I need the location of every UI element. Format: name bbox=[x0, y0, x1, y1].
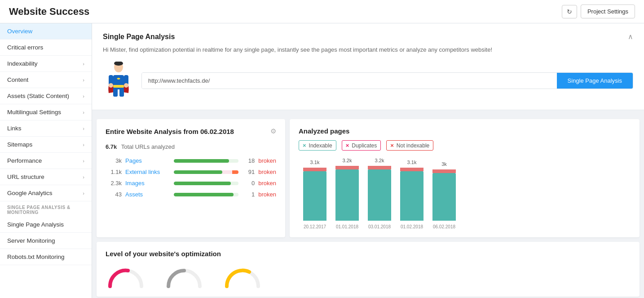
sidebar-item-label: Overview bbox=[7, 28, 32, 35]
sidebar-item-performance[interactable]: Performance › bbox=[0, 153, 92, 169]
bar-teal bbox=[335, 169, 359, 221]
stat-bar bbox=[174, 193, 238, 196]
sidebar-item-label: Google Analytics bbox=[7, 190, 53, 196]
bar-teal bbox=[368, 169, 391, 221]
sidebar-item-assets[interactable]: Assets (Static Content) › bbox=[0, 88, 92, 104]
broken-link[interactable]: broken bbox=[258, 191, 276, 198]
section-description: Hi Mister, find optimization potential i… bbox=[103, 46, 633, 53]
stat-bar bbox=[174, 159, 238, 163]
bar-col-2: 3.2k 01.01.2018 bbox=[335, 158, 359, 229]
main-layout: Overview Critical errors Indexability › … bbox=[0, 23, 644, 298]
stat-extlinks-link[interactable]: External links bbox=[125, 169, 170, 175]
legend-x-icon: × bbox=[346, 142, 349, 149]
spa-url-input[interactable] bbox=[142, 73, 557, 89]
sidebar-item-content[interactable]: Content › bbox=[0, 72, 92, 88]
bar-teal bbox=[400, 171, 423, 221]
refresh-button[interactable]: ↻ bbox=[562, 5, 577, 18]
gauge-svg-1 bbox=[106, 264, 146, 289]
stat-pages-link[interactable]: Pages bbox=[125, 157, 170, 164]
stat-assets-link[interactable]: Assets bbox=[125, 191, 170, 198]
sidebar-item-single-page-analysis[interactable]: Single Page Analysis bbox=[0, 217, 92, 233]
sidebar-item-links[interactable]: Links › bbox=[0, 120, 92, 137]
sidebar-item-robots-monitoring[interactable]: Robots.txt Monitoring bbox=[0, 249, 92, 265]
project-settings-button[interactable]: Project Settings bbox=[581, 4, 635, 18]
stat-images-link[interactable]: Images bbox=[125, 180, 170, 187]
sidebar-item-label: URL structure bbox=[7, 173, 44, 180]
bar-date: 01.01.2018 bbox=[336, 224, 358, 229]
broken-num: 0 bbox=[242, 180, 255, 187]
sidebar-item-label: Assets (Static Content) bbox=[7, 93, 69, 99]
legend-indexable[interactable]: × Indexable bbox=[299, 140, 336, 151]
spa-input-row: Single Page Analysis bbox=[141, 72, 633, 89]
sidebar-item-label: Indexability bbox=[7, 60, 38, 67]
sidebar-item-label: Performance bbox=[7, 157, 42, 164]
collapse-button[interactable]: ∧ bbox=[628, 32, 633, 41]
stat-num: 1.1k bbox=[106, 169, 122, 175]
svg-point-8 bbox=[124, 83, 128, 88]
bar-red bbox=[335, 166, 359, 169]
svg-rect-4 bbox=[119, 89, 124, 97]
main-content: Single Page Analysis ∧ Hi Mister, find o… bbox=[92, 23, 644, 298]
superman-avatar bbox=[103, 60, 134, 101]
sidebar-item-label: Server Monitoring bbox=[7, 237, 55, 244]
app-title: Website Success bbox=[9, 6, 89, 18]
sidebar-item-label: Links bbox=[7, 125, 22, 132]
sidebar-item-sitemaps[interactable]: Sitemaps › bbox=[0, 137, 92, 153]
legend-label: Duplicates bbox=[352, 142, 377, 149]
bar-teal bbox=[303, 171, 326, 221]
svg-rect-3 bbox=[113, 89, 118, 97]
spa-analyze-button[interactable]: Single Page Analysis bbox=[557, 73, 633, 89]
chevron-down-icon: › bbox=[83, 158, 84, 164]
single-page-analysis-card: Single Page Analysis ∧ Hi Mister, find o… bbox=[92, 23, 644, 110]
sidebar: Overview Critical errors Indexability › … bbox=[0, 23, 92, 298]
sidebar-item-overview[interactable]: Overview bbox=[0, 23, 92, 40]
chevron-down-icon: › bbox=[83, 93, 84, 99]
legend-label: Not indexable bbox=[397, 142, 429, 149]
stat-row-external-links: 1.1k External links 91 broken bbox=[106, 169, 276, 175]
gear-icon[interactable]: ⚙ bbox=[270, 127, 276, 135]
broken-num: 91 bbox=[242, 169, 255, 175]
broken-num: 1 bbox=[242, 191, 255, 198]
sidebar-item-label: Robots.txt Monitoring bbox=[7, 254, 65, 260]
bar-label: 3k bbox=[441, 161, 447, 167]
stat-row-images: 2.3k Images 0 broken bbox=[106, 180, 276, 187]
gauge-1 bbox=[106, 264, 146, 289]
optimization-title: Level of your website's optimization bbox=[106, 250, 631, 258]
chevron-down-icon: › bbox=[83, 61, 84, 67]
stat-num: 43 bbox=[106, 191, 122, 198]
legend-duplicates[interactable]: × Duplicates bbox=[342, 140, 381, 151]
broken-link[interactable]: broken bbox=[258, 157, 276, 164]
chevron-down-icon: › bbox=[83, 142, 84, 147]
sidebar-item-indexability[interactable]: Indexability › bbox=[0, 56, 92, 72]
ewa-header: Entire Website Analysis from 06.02.2018 … bbox=[106, 127, 276, 135]
sidebar-item-google-analytics[interactable]: Google Analytics › bbox=[0, 185, 92, 201]
bar-date: 01.02.2018 bbox=[401, 224, 423, 229]
bar-red bbox=[303, 168, 326, 171]
gauge-svg-3 bbox=[222, 264, 263, 289]
sidebar-item-multilingual[interactable]: Multilingual Settings › bbox=[0, 104, 92, 120]
svg-rect-9 bbox=[113, 85, 124, 88]
broken-link[interactable]: broken bbox=[258, 180, 276, 187]
legend-not-indexable[interactable]: × Not indexable bbox=[386, 140, 433, 151]
analyzed-pages-card: Analyzed pages × Indexable × Duplicates … bbox=[290, 119, 640, 237]
sidebar-item-url-structure[interactable]: URL structure › bbox=[0, 169, 92, 185]
sidebar-item-server-monitoring[interactable]: Server Monitoring bbox=[0, 233, 92, 249]
bar-label: 3.2k bbox=[343, 158, 352, 163]
stat-row-assets: 43 Assets 1 broken bbox=[106, 191, 276, 198]
sidebar-item-label: Single Page Analysis bbox=[7, 221, 64, 228]
website-analysis-card: Entire Website Analysis from 06.02.2018 … bbox=[97, 119, 285, 237]
chevron-down-icon: › bbox=[83, 191, 84, 196]
chevron-down-icon: › bbox=[83, 126, 84, 131]
gauge-3 bbox=[222, 264, 263, 289]
bar-date: 03.01.2018 bbox=[368, 224, 391, 229]
bar-col-4: 3.1k 01.02.2018 bbox=[400, 160, 423, 229]
chevron-down-icon: › bbox=[83, 174, 84, 180]
header: Website Success ↻ Project Settings bbox=[0, 0, 644, 23]
chevron-down-icon: › bbox=[83, 77, 84, 83]
sidebar-item-critical-errors[interactable]: Critical errors bbox=[0, 40, 92, 56]
broken-num: 18 bbox=[242, 157, 255, 164]
stat-row-pages: 3k Pages 18 broken bbox=[106, 157, 276, 164]
legend-label: Indexable bbox=[309, 142, 332, 149]
gauge-2 bbox=[164, 264, 204, 289]
broken-link[interactable]: broken bbox=[258, 169, 276, 175]
